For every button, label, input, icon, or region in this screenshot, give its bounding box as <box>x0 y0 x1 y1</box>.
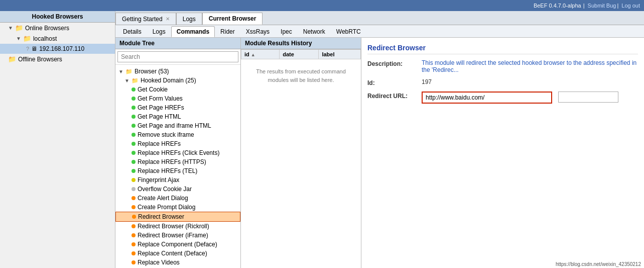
sidebar-item-ip[interactable]: ? 🖥 192.168.107.110 <box>0 44 115 54</box>
tab-logs[interactable]: Logs <box>176 13 202 25</box>
module-tree-title: Module Tree <box>115 38 240 49</box>
label-replace-hrefs-https: Replace HREFs (HTTPS) <box>138 158 206 165</box>
tree-item-replace-component[interactable]: Replace Component (Deface) <box>115 240 240 249</box>
dot-replace-hrefs <box>132 142 136 146</box>
label-redirect-iframe: Redirect Browser (iFrame) <box>138 232 208 239</box>
tree-item-hooked-domain[interactable]: ▼ 📁 Hooked Domain (25) <box>115 76 240 85</box>
submit-bug-link[interactable]: Submit Bug <box>588 3 616 9</box>
url-input[interactable] <box>422 92 552 104</box>
sidebar-item-online[interactable]: ▼ 📁 Online Browsers <box>0 23 115 33</box>
description-label: Description: <box>367 59 418 67</box>
tree-hooked-label: Hooked Domain (25) <box>141 77 196 84</box>
label-replace-hrefs: Replace HREFs <box>138 140 181 147</box>
tree-item-get-page-hrefs[interactable]: Get Page HREFs <box>115 103 240 112</box>
tree-item-replace-hrefs-click[interactable]: Replace HREFs (Click Events) <box>115 148 240 157</box>
tree-browser-label: Browser (53) <box>135 68 169 75</box>
label-get-cookie: Get Cookie <box>138 86 168 93</box>
tab-rider[interactable]: Rider <box>215 26 240 37</box>
tab-current-browser-label: Current Browser <box>209 15 256 22</box>
tree-item-create-prompt[interactable]: Create Prompt Dialog <box>115 203 240 212</box>
top-bar: BeEF 0.4.7.0-alpha | Submit Bug | Log ou… <box>0 0 644 11</box>
right-panel-title: Redirect Browser <box>367 44 638 54</box>
tri-hooked: ▼ <box>124 78 130 83</box>
tree-item-remove-stuck[interactable]: Remove stuck iframe <box>115 130 240 139</box>
tree-item-fingerprint[interactable]: Fingerprint Ajax <box>115 175 240 185</box>
url-row: Redirect URL: <box>367 92 638 104</box>
label-replace-hrefs-click: Replace HREFs (Click Events) <box>138 149 219 156</box>
tree-item-replace-content[interactable]: Replace Content (Deface) <box>115 249 240 258</box>
description-value: This module will redirect the selected h… <box>422 59 638 73</box>
offline-browsers-label: Offline Browsers <box>18 56 62 63</box>
sidebar-item-offline[interactable]: 📁 Offline Browsers <box>0 54 115 64</box>
tree-item-create-alert[interactable]: Create Alert Dialog <box>115 194 240 203</box>
sidebar-item-localhost[interactable]: ▼ 📁 localhost <box>0 33 115 44</box>
tree-item-redirect-iframe[interactable]: Redirect Browser (iFrame) <box>115 231 240 240</box>
tab-xssrays[interactable]: XssRays <box>240 26 275 37</box>
results-table: id ▲ date label <box>241 49 361 59</box>
sidebar-title: Hooked Browsers <box>0 11 115 23</box>
label-replace-hrefs-tel: Replace HREFs (TEL) <box>138 167 197 174</box>
tree-item-replace-videos[interactable]: Replace Videos <box>115 258 240 267</box>
tab-getting-started[interactable]: Getting Started ✕ <box>115 13 176 25</box>
label-get-page-iframe: Get Page and iframe HTML <box>138 122 211 129</box>
col-label-label: label <box>322 51 334 57</box>
dot-overflow-cookie <box>132 187 136 191</box>
tab-logs-label: Logs <box>183 16 196 23</box>
dot-get-page-html <box>132 115 136 119</box>
right-panel: Redirect Browser Description: This modul… <box>361 38 644 268</box>
tree-item-get-form-values[interactable]: Get Form Values <box>115 94 240 103</box>
tab-webrtc-label: WebRTC <box>336 28 361 35</box>
bottom-bar: https://blog.csdn.net/weixin_42350212 <box>553 260 644 268</box>
col-id-label: id <box>244 51 249 57</box>
logout-link[interactable]: Log out <box>621 3 640 9</box>
col-date[interactable]: date <box>280 50 319 59</box>
tree-item-get-page-html[interactable]: Get Page HTML <box>115 112 240 121</box>
tree-item-redirect-browser[interactable]: Redirect Browser <box>115 212 240 222</box>
tree-item-replace-hrefs[interactable]: Replace HREFs <box>115 139 240 148</box>
results-placeholder: The results from executed command module… <box>241 59 361 92</box>
main-layout: Hooked Browsers ▼ 📁 Online Browsers ▼ 📁 … <box>0 11 644 268</box>
tree-item-replace-hrefs-https[interactable]: Replace HREFs (HTTPS) <box>115 157 240 166</box>
dot-create-alert <box>132 196 136 200</box>
tree-item-replace-hrefs-tel[interactable]: Replace HREFs (TEL) <box>115 166 240 175</box>
dot-get-cookie <box>132 87 136 92</box>
tab-getting-started-label: Getting Started <box>122 16 163 23</box>
url-input-extra[interactable] <box>558 92 618 103</box>
dot-get-page-hrefs <box>132 106 136 110</box>
label-get-page-hrefs: Get Page HREFs <box>138 104 184 111</box>
dot-replace-hrefs-tel <box>132 169 136 173</box>
tab-rider-label: Rider <box>220 28 235 35</box>
tree-item-get-page-iframe[interactable]: Get Page and iframe HTML <box>115 121 240 130</box>
label-fingerprint: Fingerprint Ajax <box>138 176 179 184</box>
tab-getting-started-close[interactable]: ✕ <box>166 16 170 22</box>
tab-logs-sec[interactable]: Logs <box>147 26 171 37</box>
separator1: | <box>583 3 585 9</box>
localhost-label: localhost <box>33 35 57 42</box>
tri-browser: ▼ <box>118 69 123 74</box>
id-row: Id: 197 <box>367 78 638 86</box>
tab-current-browser[interactable]: Current Browser <box>202 13 263 25</box>
col-label[interactable]: label <box>319 50 361 59</box>
id-label: Id: <box>367 78 418 86</box>
tab-commands[interactable]: Commands <box>171 26 215 37</box>
tab-network[interactable]: Network <box>298 26 331 37</box>
label-create-prompt: Create Prompt Dialog <box>138 204 195 211</box>
search-input[interactable] <box>117 51 238 62</box>
tree-item-overflow-cookie[interactable]: Overflow Cookie Jar <box>115 185 240 194</box>
tree-item-get-cookie[interactable]: Get Cookie <box>115 85 240 94</box>
tree-item-browser[interactable]: ▼ 📁 Browser (53) <box>115 67 240 76</box>
label-replace-content: Replace Content (Deface) <box>138 250 207 257</box>
description-row: Description: This module will redirect t… <box>367 59 638 73</box>
tab-details[interactable]: Details <box>117 26 147 37</box>
dot-remove-stuck <box>132 133 136 137</box>
tree-item-redirect-rickroll[interactable]: Redirect Browser (Rickroll) <box>115 222 240 231</box>
results-history-panel: Module Results History id ▲ date <box>241 38 361 268</box>
online-browsers-label: Online Browsers <box>25 25 69 32</box>
col-id[interactable]: id ▲ <box>241 50 280 59</box>
tab-webrtc[interactable]: WebRTC <box>331 26 366 37</box>
tab-ipec[interactable]: Ipec <box>275 26 298 37</box>
tab-bar-secondary: Details Logs Commands Rider XssRays Ipec… <box>115 25 644 38</box>
label-get-form-values: Get Form Values <box>138 95 183 102</box>
folder-icon-localhost: 📁 <box>23 35 31 42</box>
dot-create-prompt <box>132 205 136 209</box>
